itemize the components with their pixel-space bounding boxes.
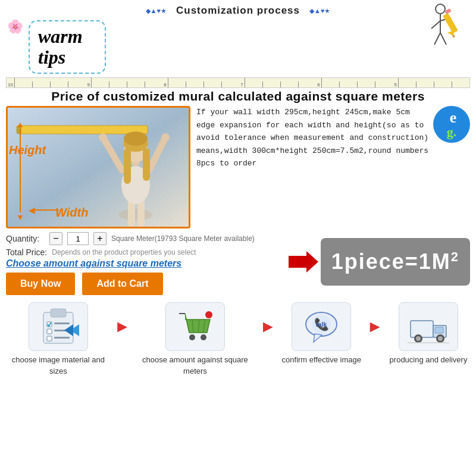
height-label: Height xyxy=(9,143,46,157)
svg-rect-34 xyxy=(47,336,52,341)
eg-badge: e g. xyxy=(433,106,470,143)
step4-label: producing and delivery xyxy=(390,355,468,365)
svg-rect-11 xyxy=(17,126,148,134)
svg-point-57 xyxy=(438,336,443,341)
quantity-piece-row: Quantity: − + Square Meter(19793 Square … xyxy=(0,228,476,295)
choose-amount-link[interactable]: Choose amount against square meters xyxy=(6,258,280,269)
total-price-row: Total Price: Depends on the product prop… xyxy=(6,248,280,257)
add-to-cart-button[interactable]: Add to Cart xyxy=(82,273,162,295)
svg-text:talk: talk xyxy=(316,321,328,328)
svg-rect-53 xyxy=(435,327,443,333)
step1-label: choose image material and sizes xyxy=(6,355,111,376)
height-arrow: ▲ ▼ xyxy=(16,120,24,222)
svg-point-26 xyxy=(124,131,148,146)
step3-icon-box: 📞 talk xyxy=(292,302,351,351)
description-box: e g. If your wall width 295cm,height 245… xyxy=(196,106,470,228)
description-text: If your wall width 295cm,height 245cm,ma… xyxy=(196,106,470,170)
svg-rect-29 xyxy=(51,309,66,317)
arrow-2-3: ► xyxy=(256,317,280,336)
tips-label: tips xyxy=(38,47,94,68)
step3-label: confirm effective image xyxy=(282,355,361,365)
wall-image: Height ▲ ▼ Width ◀ xyxy=(8,108,189,227)
quantity-minus-button[interactable]: − xyxy=(49,232,62,245)
piece-section: 1piece=1M2 xyxy=(286,238,470,286)
svg-rect-35 xyxy=(54,337,70,339)
header-deco-left: ◆▲♥★ xyxy=(146,7,167,15)
warm-label: warm xyxy=(38,26,94,47)
ruler-bar: 10 9 8 7 6 5 xyxy=(6,77,470,88)
process-section: choose image material and sizes ► choose… xyxy=(0,295,476,381)
svg-point-20 xyxy=(161,133,170,142)
process-step-3: 📞 talk confirm effective image xyxy=(280,302,363,365)
width-arrow: ◀ xyxy=(29,205,59,215)
action-buttons: Buy Now Add to Cart xyxy=(6,273,280,295)
svg-point-19 xyxy=(99,133,107,142)
quantity-total-area: Quantity: − + Square Meter(19793 Square … xyxy=(6,232,280,295)
svg-point-45 xyxy=(205,311,212,318)
svg-point-0 xyxy=(436,4,445,14)
main-content: Height ▲ ▼ Width ◀ e g. If your wall xyxy=(0,106,476,228)
step1-icon-box xyxy=(29,302,88,351)
svg-rect-25 xyxy=(143,148,150,181)
step2-label: choose amount against square meters xyxy=(134,355,256,376)
price-title: Price of customized mural calculated aga… xyxy=(0,89,476,104)
process-step-4: producing and delivery xyxy=(387,302,470,365)
svg-rect-24 xyxy=(124,148,131,184)
quantity-row: Quantity: − + Square Meter(19793 Square … xyxy=(6,232,280,245)
svg-point-13 xyxy=(119,209,152,221)
red-arrow-icon xyxy=(286,251,321,273)
quantity-input[interactable] xyxy=(67,232,89,245)
header-deco-right: ◆▲♥★ xyxy=(309,7,330,15)
warm-tips-box: warm tips xyxy=(29,20,106,74)
step2-icon-box xyxy=(165,302,225,351)
quantity-label: Quantity: xyxy=(6,234,45,243)
svg-point-43 xyxy=(189,334,195,340)
piece-info-box: 1piece=1M2 xyxy=(321,238,470,286)
header-title: Customization process xyxy=(176,5,300,17)
svg-rect-31 xyxy=(54,322,70,324)
svg-marker-27 xyxy=(289,251,318,273)
flower-decoration: 🌸 xyxy=(7,19,23,35)
product-image-box: Height ▲ ▼ Width ◀ xyxy=(6,106,190,228)
total-price-value: Depends on the product properties you se… xyxy=(52,248,196,256)
total-price-label: Total Price: xyxy=(6,248,47,257)
buy-now-button[interactable]: Buy Now xyxy=(6,273,75,295)
svg-point-55 xyxy=(416,336,421,341)
arrow-3-4: ► xyxy=(363,317,387,336)
process-step-2: choose amount against square meters xyxy=(134,302,256,376)
quantity-unit: Square Meter(19793 Square Meter availabl… xyxy=(111,234,255,243)
quantity-plus-button[interactable]: + xyxy=(93,232,107,245)
piece-label: 1piece=1M2 xyxy=(331,249,459,274)
svg-rect-51 xyxy=(411,321,433,337)
width-label: Width xyxy=(55,206,88,220)
header: ◆▲♥★ Customization process ◆▲♥★ xyxy=(0,0,476,20)
process-step-1: choose image material and sizes xyxy=(6,302,111,376)
svg-point-44 xyxy=(201,334,206,340)
piece-superscript: 2 xyxy=(451,249,459,264)
arrow-1-2: ► xyxy=(111,317,134,336)
svg-rect-32 xyxy=(47,329,52,334)
step4-icon-box xyxy=(399,302,458,351)
svg-marker-47 xyxy=(314,334,322,342)
